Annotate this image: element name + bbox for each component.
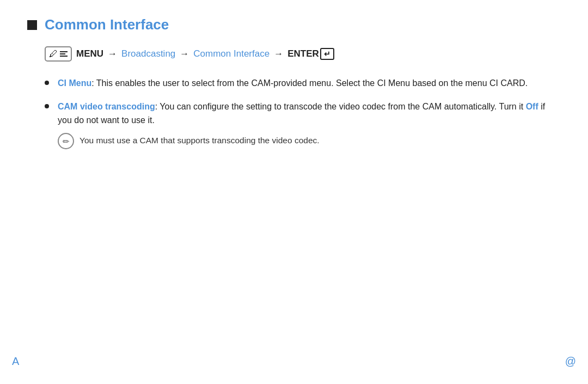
broadcasting-link: Broadcasting <box>121 48 175 59</box>
menu-icon-wrapper: 🖊 <box>45 46 72 62</box>
ci-menu-term: CI Menu <box>58 78 91 88</box>
corner-a-label: A <box>12 355 19 368</box>
bars-icon <box>60 51 68 57</box>
off-word: Off <box>526 102 538 111</box>
ci-menu-text: : This enables the user to select from t… <box>91 78 528 88</box>
hand-icon: 🖊 <box>49 49 58 59</box>
page-container: Common Interface 🖊 MENU → Broadcasting →… <box>0 0 588 175</box>
menu-path-row: 🖊 MENU → Broadcasting → Common Interface… <box>45 46 561 62</box>
enter-label: ENTER↵ <box>287 48 334 60</box>
common-interface-link: Common Interface <box>193 48 270 59</box>
bullet-content: CAM video transcoding: You can configure… <box>58 100 561 150</box>
page-title: Common Interface <box>45 16 169 33</box>
arrow3: → <box>274 48 283 59</box>
enter-icon: ↵ <box>320 48 334 60</box>
arrow1: → <box>108 48 117 59</box>
bullet-content: CI Menu: This enables the user to select… <box>58 77 561 90</box>
bullet-list: CI Menu: This enables the user to select… <box>45 77 561 149</box>
cam-video-text1: : You can configure the setting to trans… <box>155 102 526 111</box>
menu-label: MENU <box>76 48 103 59</box>
corner-at-label: @ <box>565 355 576 368</box>
note-row: ✏ You must use a CAM that supports trans… <box>58 132 561 149</box>
note-icon: ✏ <box>58 133 74 149</box>
cam-video-term: CAM video transcoding <box>58 102 155 111</box>
list-item: CI Menu: This enables the user to select… <box>45 77 561 90</box>
bullet-dot-icon <box>45 104 49 108</box>
note-text: You must use a CAM that supports transco… <box>79 132 320 147</box>
black-square-icon <box>27 20 37 30</box>
arrow2: → <box>180 48 189 59</box>
list-item: CAM video transcoding: You can configure… <box>45 100 561 150</box>
bullet-dot-icon <box>45 81 49 85</box>
title-row: Common Interface <box>27 16 561 33</box>
